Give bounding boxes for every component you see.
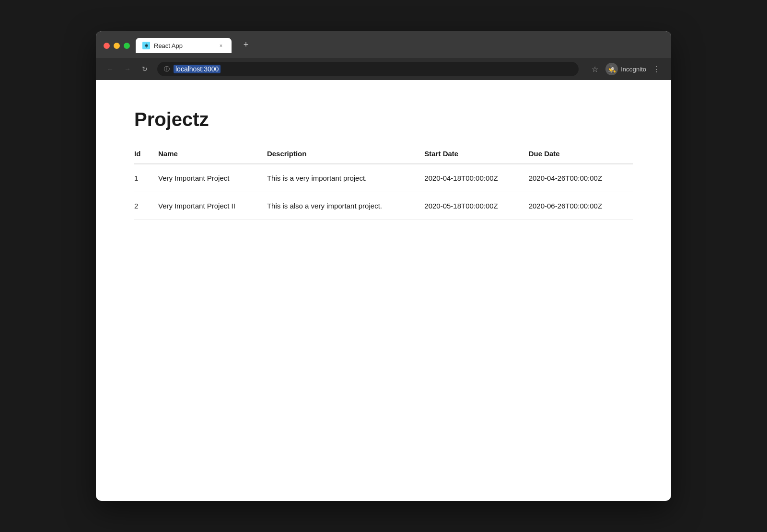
nav-buttons: ← → ↻	[104, 62, 151, 76]
minimize-window-button[interactable]	[114, 43, 120, 49]
incognito-icon: 🕵	[605, 63, 618, 75]
url-text: localhost:3000	[174, 65, 221, 73]
browser-tab[interactable]: ⚛ React App ×	[136, 38, 232, 53]
incognito-label: Incognito	[621, 66, 646, 73]
cell-name: Very Important Project	[158, 164, 267, 192]
projects-table: Id Name Description Start Date Due Date …	[134, 145, 633, 220]
table-row: 2Very Important Project IIThis is also a…	[134, 192, 633, 220]
cell-id: 1	[134, 164, 158, 192]
menu-button[interactable]: ⋮	[650, 62, 663, 76]
close-window-button[interactable]	[104, 43, 110, 49]
forward-button[interactable]: →	[121, 62, 134, 76]
cell-due_date: 2020-06-26T00:00:00Z	[529, 192, 633, 220]
col-header-start-date: Start Date	[424, 145, 528, 164]
reload-button[interactable]: ↻	[138, 62, 151, 76]
url-bar[interactable]: ⓘ localhost:3000	[157, 62, 579, 76]
tab-close-button[interactable]: ×	[217, 42, 225, 49]
browser-chrome: ⚛ React App × + ← → ↻ ⓘ localhost:3000 ☆…	[96, 31, 671, 80]
cell-description: This is a very important project.	[267, 164, 424, 192]
incognito-badge: 🕵 Incognito	[605, 63, 646, 75]
table-row: 1Very Important ProjectThis is a very im…	[134, 164, 633, 192]
cell-id: 2	[134, 192, 158, 220]
cell-description: This is also a very important project.	[267, 192, 424, 220]
page-content: Projectz Id Name Description Start Date …	[96, 80, 671, 492]
table-body: 1Very Important ProjectThis is a very im…	[134, 164, 633, 220]
cell-due_date: 2020-04-26T00:00:00Z	[529, 164, 633, 192]
tab-title: React App	[154, 42, 213, 49]
browser-actions: ☆ 🕵 Incognito ⋮	[588, 62, 663, 76]
traffic-lights	[104, 43, 130, 49]
cell-start_date: 2020-04-18T00:00:00Z	[424, 164, 528, 192]
lock-icon: ⓘ	[164, 65, 170, 73]
col-header-name: Name	[158, 145, 267, 164]
cell-start_date: 2020-05-18T00:00:00Z	[424, 192, 528, 220]
back-button[interactable]: ←	[104, 62, 117, 76]
col-header-due-date: Due Date	[529, 145, 633, 164]
col-header-description: Description	[267, 145, 424, 164]
tab-favicon: ⚛	[142, 42, 150, 49]
bookmark-button[interactable]: ☆	[588, 62, 602, 76]
cell-name: Very Important Project II	[158, 192, 267, 220]
page-title: Projectz	[134, 109, 633, 130]
title-bar: ⚛ React App × +	[96, 31, 671, 58]
table-header: Id Name Description Start Date Due Date	[134, 145, 633, 164]
new-tab-button[interactable]: +	[239, 38, 253, 51]
maximize-window-button[interactable]	[124, 43, 130, 49]
browser-window: ⚛ React App × + ← → ↻ ⓘ localhost:3000 ☆…	[96, 31, 671, 501]
address-bar: ← → ↻ ⓘ localhost:3000 ☆ 🕵 Incognito ⋮	[96, 58, 671, 80]
col-header-id: Id	[134, 145, 158, 164]
